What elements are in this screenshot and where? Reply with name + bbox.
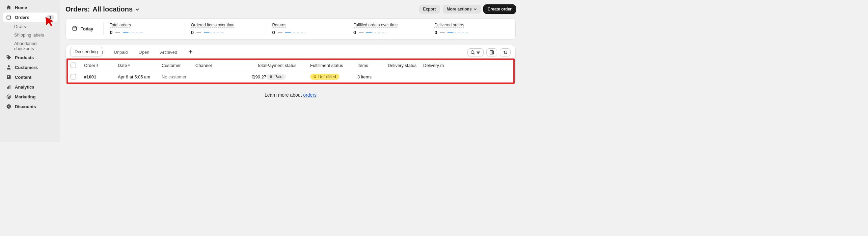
cell-date: Apr 8 at 5:05 am bbox=[118, 74, 162, 79]
col-delivery-status[interactable]: Delivery status bbox=[388, 63, 423, 68]
annotation-highlight-box: Order ▴▾ Date ▴▾ Customer Channel Total … bbox=[66, 58, 515, 84]
sort-icon bbox=[503, 50, 508, 55]
svg-rect-13 bbox=[73, 27, 76, 30]
add-view-button[interactable] bbox=[185, 48, 195, 56]
nav-shipping-labels[interactable]: Shipping labels bbox=[3, 31, 57, 39]
col-customer[interactable]: Customer bbox=[162, 63, 195, 68]
svg-rect-5 bbox=[7, 87, 7, 89]
sort-indicator-icon: ▴▾ bbox=[128, 64, 130, 67]
stats-card: Today Total orders 0 — Ordered items ove… bbox=[65, 18, 516, 40]
col-channel[interactable]: Channel bbox=[195, 63, 229, 68]
main-content: Orders: All locations Export More action… bbox=[60, 0, 521, 142]
sort-tooltip: Descending bbox=[70, 47, 102, 56]
col-fulfillment-status[interactable]: Fulfillment status bbox=[310, 63, 357, 68]
select-all-checkbox[interactable] bbox=[71, 63, 76, 68]
date-label: Today bbox=[81, 26, 93, 31]
status-badge-paid: Paid bbox=[266, 74, 286, 80]
nav-customers-label: Customers bbox=[15, 65, 38, 70]
export-button[interactable]: Export bbox=[419, 5, 440, 14]
columns-button[interactable] bbox=[486, 48, 497, 56]
create-order-button[interactable]: Create order bbox=[484, 5, 516, 14]
nav-customers[interactable]: Customers bbox=[3, 63, 57, 72]
svg-rect-15 bbox=[490, 50, 494, 54]
stat-total-orders[interactable]: Total orders 0 — bbox=[103, 23, 185, 35]
tabs-row: Descending Descending ed Unpaid Open Arc… bbox=[66, 45, 515, 58]
footer-help-text: Learn more about orders bbox=[65, 92, 516, 98]
tab-open[interactable]: Open bbox=[136, 48, 152, 56]
svg-rect-6 bbox=[8, 86, 9, 89]
plus-icon bbox=[188, 49, 193, 54]
calendar-icon bbox=[72, 26, 77, 32]
nav-abandoned-checkouts[interactable]: Abandoned checkouts bbox=[3, 39, 57, 53]
stat-returns[interactable]: Returns 0 — bbox=[266, 23, 347, 35]
orders-help-link[interactable]: orders bbox=[303, 92, 317, 98]
orders-card: Descending Descending ed Unpaid Open Arc… bbox=[65, 45, 516, 84]
nav-analytics[interactable]: Analytics bbox=[3, 82, 57, 92]
search-icon bbox=[470, 50, 475, 55]
analytics-icon bbox=[6, 84, 11, 90]
svg-point-9 bbox=[8, 96, 10, 98]
search-filter-button[interactable] bbox=[467, 48, 484, 56]
sidebar: Home Orders 1 Drafts Shipping labels Aba… bbox=[0, 0, 60, 142]
row-checkbox[interactable] bbox=[71, 74, 76, 79]
svg-rect-4 bbox=[8, 76, 9, 77]
svg-rect-0 bbox=[7, 16, 10, 19]
stat-ordered-items[interactable]: Ordered items over time 0 — bbox=[185, 23, 266, 35]
tab-unpaid[interactable]: Unpaid bbox=[111, 48, 130, 56]
svg-point-11 bbox=[8, 105, 8, 106]
sparkline-icon bbox=[123, 31, 143, 34]
col-order[interactable]: Order ▴▾ bbox=[84, 63, 118, 68]
more-actions-button[interactable]: More actions bbox=[443, 5, 481, 14]
stat-delivered-orders[interactable]: Delivered orders 0 — bbox=[428, 23, 509, 35]
col-payment-status[interactable]: Payment status bbox=[266, 63, 310, 68]
sparkline-icon bbox=[285, 31, 305, 34]
home-icon bbox=[6, 5, 11, 10]
content-icon bbox=[6, 74, 11, 80]
page-title[interactable]: Orders: All locations bbox=[65, 5, 139, 13]
sparkline-icon bbox=[204, 31, 224, 34]
page-header: Orders: All locations Export More action… bbox=[65, 5, 516, 14]
title-prefix: Orders: bbox=[65, 5, 90, 13]
nav-home[interactable]: Home bbox=[3, 3, 57, 12]
tab-archived[interactable]: Archived bbox=[157, 48, 180, 56]
cell-total: ₪99.27 bbox=[229, 74, 266, 79]
nav-marketing-label: Marketing bbox=[15, 94, 35, 99]
svg-point-2 bbox=[8, 65, 10, 67]
col-items[interactable]: Items bbox=[357, 63, 388, 68]
cell-payment-status: Paid bbox=[266, 74, 310, 80]
col-date[interactable]: Date ▴▾ bbox=[118, 63, 162, 68]
discount-icon bbox=[6, 104, 11, 109]
chevron-down-icon bbox=[135, 5, 139, 13]
nav-content[interactable]: Content bbox=[3, 72, 57, 82]
nav-discounts-label: Discounts bbox=[15, 104, 36, 109]
nav-content-label: Content bbox=[15, 75, 31, 80]
sort-button[interactable] bbox=[500, 48, 511, 56]
stat-fulfilled-orders[interactable]: Fulfilled orders over time 0 — bbox=[347, 23, 428, 35]
columns-icon bbox=[489, 50, 494, 55]
nav-products[interactable]: Products bbox=[3, 53, 57, 62]
status-badge-unfulfilled: Unfulfilled bbox=[310, 74, 340, 80]
date-filter[interactable]: Today bbox=[72, 26, 103, 32]
nav-products-label: Products bbox=[15, 55, 34, 60]
col-total[interactable]: Total bbox=[229, 63, 266, 68]
filter-icon bbox=[476, 50, 481, 55]
nav-discounts[interactable]: Discounts bbox=[3, 102, 57, 111]
table-row[interactable]: #1001 Apr 8 at 5:05 am No customer ₪99.2… bbox=[68, 71, 513, 82]
orders-icon bbox=[6, 15, 11, 20]
title-location: All locations bbox=[92, 5, 133, 13]
svg-rect-7 bbox=[9, 85, 10, 89]
nav-orders-label: Orders bbox=[15, 15, 29, 20]
table-header-row: Order ▴▾ Date ▴▾ Customer Channel Total … bbox=[68, 60, 513, 71]
sparkline-icon bbox=[366, 31, 386, 34]
svg-point-12 bbox=[9, 107, 10, 108]
nav-analytics-label: Analytics bbox=[15, 85, 34, 90]
sort-indicator-icon: ▴▾ bbox=[97, 64, 98, 67]
col-delivery-method[interactable]: Delivery m bbox=[423, 63, 452, 68]
cell-customer: No customer bbox=[162, 74, 195, 79]
sparkline-icon bbox=[447, 31, 468, 34]
header-actions: Export More actions Create order bbox=[419, 5, 516, 14]
person-icon bbox=[6, 65, 11, 70]
nav-marketing[interactable]: Marketing bbox=[3, 92, 57, 101]
cell-order-id: #1001 bbox=[84, 74, 118, 79]
svg-point-8 bbox=[7, 95, 10, 98]
